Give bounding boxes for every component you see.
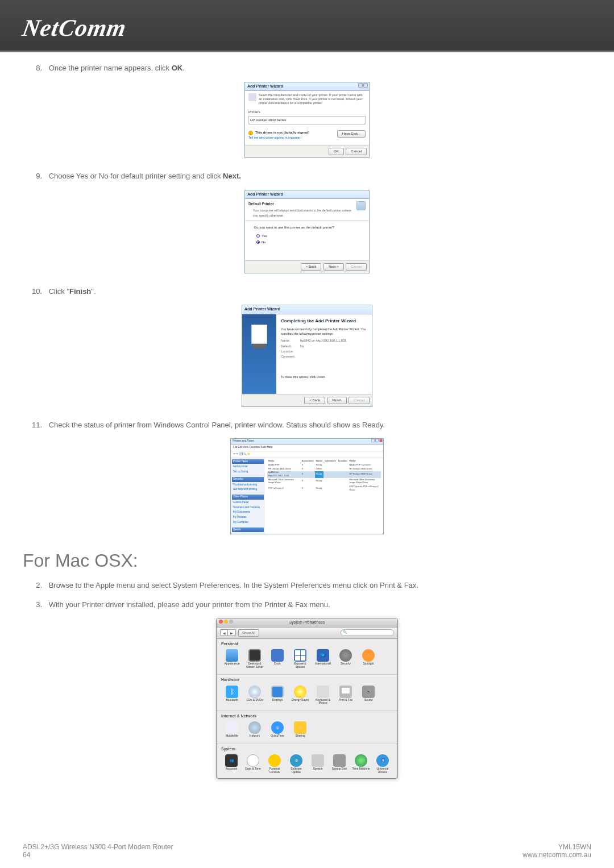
pref-dock[interactable]: Dock xyxy=(267,649,288,668)
sidebar-link[interactable]: Get help with printing xyxy=(232,487,264,492)
pref-sharing[interactable]: Sharing xyxy=(289,721,311,738)
clock-icon xyxy=(247,754,259,767)
pref-security[interactable]: Security xyxy=(335,649,356,668)
pref-bluetooth[interactable]: ᛒBluetooth xyxy=(221,686,243,705)
forward-button[interactable]: ▶ xyxy=(228,629,236,636)
update-icon: ⚙ xyxy=(290,754,302,767)
macosx-heading: For Mac OSX: xyxy=(23,547,591,574)
pref-sound[interactable]: 🔊Sound xyxy=(358,686,379,705)
pref-energy[interactable]: Energy Saver xyxy=(289,686,311,705)
pref-intl[interactable]: 🇺🇳International xyxy=(312,649,334,668)
pref-software[interactable]: ⚙Software Update xyxy=(286,754,306,774)
printers-list[interactable]: HP Deskjet 3840 Series xyxy=(248,116,366,124)
sound-icon: 🔊 xyxy=(362,686,375,698)
pref-accounts[interactable]: 👥Accounts xyxy=(221,754,242,774)
appearance-icon xyxy=(226,649,238,662)
page-header: NetComm xyxy=(0,0,614,52)
mac-step-2: 2. Browse to the Apple menu and select S… xyxy=(23,580,591,591)
sidebar-link[interactable]: Scanners and Cameras xyxy=(232,505,264,510)
toolbar[interactable]: ⬅ ➡ 🔄 🔍 📁 xyxy=(231,451,383,458)
sidebar-link[interactable]: My Documents xyxy=(232,510,264,515)
printer-icon xyxy=(248,93,256,101)
table-row[interactable]: hp3845 on http://192.168.1.1:6310ReadyHP… xyxy=(267,471,381,478)
figure-system-preferences: System Preferences ◀▶ Show All Personal … xyxy=(23,618,591,782)
finish-button[interactable]: Finish xyxy=(327,397,347,404)
minimize-icon[interactable] xyxy=(371,439,375,442)
international-icon: 🇺🇳 xyxy=(317,649,329,662)
pref-appearance[interactable]: Appearance xyxy=(221,649,243,668)
pref-printfax[interactable]: Print & Fax xyxy=(335,686,356,705)
timemachine-icon xyxy=(355,754,367,767)
energy-icon xyxy=(294,686,306,698)
pref-universal[interactable]: ♿Universal Access xyxy=(372,754,393,774)
cancel-button[interactable]: Cancel xyxy=(346,148,367,155)
table-row[interactable]: Adobe PDF0ReadyAdobe PDF Converter xyxy=(267,463,381,467)
pref-network[interactable]: Network xyxy=(244,721,265,738)
pref-mobileme[interactable]: MobileMe xyxy=(221,721,243,738)
minimize-icon[interactable] xyxy=(224,620,228,624)
next-button[interactable]: Next > xyxy=(323,263,344,271)
wizard-titlebar: Add Printer Wizard xyxy=(245,190,369,200)
pref-spotlight[interactable]: Spotlight xyxy=(358,649,379,668)
back-button[interactable]: < Back xyxy=(304,397,325,404)
signing-link[interactable]: Tell me why driver signing is important xyxy=(248,136,301,139)
back-button[interactable]: < Back xyxy=(301,263,322,271)
wizard-titlebar: Add Printer Wizard xyxy=(245,82,369,92)
speech-icon xyxy=(312,754,324,767)
radio-yes[interactable] xyxy=(256,234,260,238)
wizard-dialog: Add Printer Wizard Select the manufactur… xyxy=(244,82,370,159)
pref-parental[interactable]: Parental Controls xyxy=(264,754,285,774)
help-icon[interactable] xyxy=(358,83,363,88)
parental-icon xyxy=(268,754,281,767)
pref-speech[interactable]: Speech xyxy=(308,754,328,774)
zoom-icon[interactable] xyxy=(229,620,233,624)
sidebar-link[interactable]: My Pictures xyxy=(232,515,264,520)
show-all-button[interactable]: Show All xyxy=(238,629,259,637)
pref-desktop[interactable]: Desktop & Screen Saver xyxy=(244,649,265,668)
pref-startup[interactable]: Startup Disk xyxy=(329,754,350,774)
pref-datetime[interactable]: Date & Time xyxy=(243,754,263,774)
have-disk-button[interactable]: Have Disk... xyxy=(337,130,366,138)
pref-displays[interactable]: Displays xyxy=(267,686,288,705)
close-icon[interactable] xyxy=(219,620,223,624)
pref-cds[interactable]: CDs & DVDs xyxy=(244,686,265,705)
back-button[interactable]: ◀ xyxy=(220,629,228,636)
desktop-icon xyxy=(248,649,261,662)
document-icon xyxy=(251,325,267,344)
step-9: 9. Choose Yes or No for default printer … xyxy=(23,171,591,182)
sidebar-link[interactable]: My Computer xyxy=(232,520,264,525)
wizard-dialog-default: Add Printer Wizard Default Printer Your … xyxy=(244,190,370,273)
maximize-icon[interactable] xyxy=(375,439,379,442)
wizard-titlebar: Add Printer Wizard xyxy=(242,305,372,314)
table-row[interactable]: HP Deskjet 3840 Series0OfflineHP Deskjet… xyxy=(267,467,381,471)
disc-icon xyxy=(248,686,261,698)
figure-control-panel-printers: Printers and Faxes File Edit View Favori… xyxy=(23,438,591,534)
wizard-dialog-complete: Add Printer Wizard Completing the Add Pr… xyxy=(242,305,372,407)
brand-logo: NetComm xyxy=(20,14,128,41)
pref-expose[interactable]: Exposé & Spaces xyxy=(289,649,311,668)
bluetooth-icon: ᛒ xyxy=(226,686,238,698)
cancel-button[interactable]: Cancel xyxy=(349,397,370,404)
menu-bar[interactable]: File Edit View Favorites Tools Help xyxy=(231,445,383,451)
pref-keyboard[interactable]: Keyboard & Mouse xyxy=(312,686,334,705)
radio-no[interactable] xyxy=(256,240,260,244)
displays-icon xyxy=(271,686,284,698)
sidebar-link[interactable]: Add a printer xyxy=(232,464,264,470)
table-row[interactable]: PDF reDirect v20ReadyEXP Systems PDF reD… xyxy=(267,485,381,492)
page-content: 8. Once the printer name appears, click … xyxy=(0,52,614,782)
mac-step-3: 3. With your Printer driver installed, p… xyxy=(23,599,591,610)
close-icon[interactable] xyxy=(363,83,368,88)
cancel-button[interactable]: Cancel xyxy=(346,263,367,271)
sidebar-link[interactable]: Troubleshoot printing xyxy=(232,483,264,488)
close-icon[interactable] xyxy=(379,439,383,442)
figure-wizard-default-printer: Add Printer Wizard Default Printer Your … xyxy=(23,190,591,273)
warning-icon: ! xyxy=(248,131,253,135)
table-row[interactable]: Microsoft Office Document Image Writer0R… xyxy=(267,478,381,485)
sidebar-link[interactable]: Set up faxing xyxy=(232,470,264,475)
sidebar-link[interactable]: Control Panel xyxy=(232,500,264,505)
ok-button[interactable]: OK xyxy=(329,148,344,155)
sidebar: Printer Tasks Add a printer Set up faxin… xyxy=(231,458,265,534)
pref-timemachine[interactable]: Time Machine xyxy=(351,754,371,774)
pref-quicktime[interactable]: QQuickTime xyxy=(267,721,288,738)
search-input[interactable] xyxy=(341,629,394,636)
